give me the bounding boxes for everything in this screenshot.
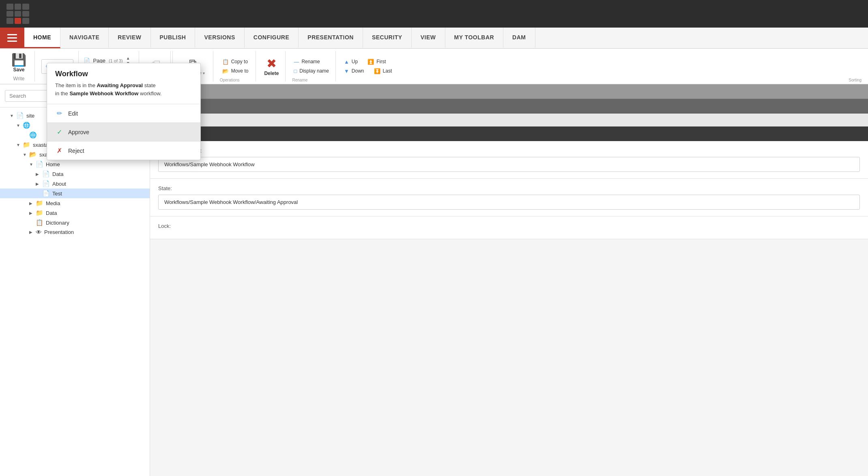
tree-toggle-media[interactable]: ▶ [29, 201, 36, 206]
tree-toggle-sxastarter-open[interactable]: ▼ [23, 152, 29, 157]
workflow-popup: Workflow The item is in the Awaiting App… [47, 63, 201, 160]
sorting-label: Sorting [849, 78, 862, 82]
page-count: (1 of 3) [109, 58, 123, 63]
popup-item-approve[interactable]: ✓ Approve [47, 123, 200, 141]
copy-icon: 📋 [222, 59, 229, 65]
rename-button[interactable]: — Rename [292, 58, 331, 66]
lock-field: Lock: [150, 217, 868, 239]
popup-reject-label: Reject [68, 148, 84, 154]
tree-item-data[interactable]: ▶ 📄 Data [0, 169, 150, 179]
hamburger-icon [7, 34, 17, 42]
app-logo[interactable] [6, 4, 29, 24]
tree-item-presentation[interactable]: ▶ 👁 Presentation [0, 227, 150, 237]
sorting-group: ▲ Up ⏫ First ▼ Down ⏬ Last Sorting [337, 51, 398, 81]
tree-label-presentation: Presentation [44, 229, 146, 235]
rename-group: — Rename □ Display name Rename [287, 51, 336, 81]
tree-label-dictionary: Dictionary [46, 220, 146, 226]
tree-area: ▼ 📄 site ▼ 🌐 🌐 ▼ 📁 sxastarter [0, 107, 150, 476]
tree-item-about[interactable]: ▶ 📄 About [0, 179, 150, 189]
tree-icon-sxastarter-open: 📂 [29, 151, 37, 158]
down-button[interactable]: ▼ Down [342, 67, 366, 75]
workflow-field-label: Workflow [shared] : [158, 148, 860, 154]
popup-item-edit[interactable]: ✏ Edit [47, 104, 200, 122]
tree-toggle-home[interactable]: ▼ [29, 162, 36, 167]
tree-label-media: Media [46, 200, 146, 206]
delete-icon: ✖ [266, 56, 277, 71]
display-name-icon: □ [294, 68, 297, 74]
move-to-label: Move to [231, 68, 249, 74]
approve-popup-icon: ✓ [55, 128, 63, 136]
tree-toggle-about[interactable]: ▶ [36, 182, 42, 186]
save-write-group: 💾 Save Write [3, 51, 35, 81]
popup-item-reject[interactable]: ✗ Reject [47, 142, 200, 160]
tree-toggle-site[interactable]: ▼ [10, 114, 16, 118]
logo-cell-4 [6, 11, 13, 17]
move-to-button[interactable]: 📂 Move to [220, 67, 251, 75]
tree-item-home[interactable]: ▼ 📄 Home [0, 159, 150, 169]
tab-review[interactable]: REVIEW [109, 28, 150, 48]
tree-toggle-globe1[interactable]: ▼ [16, 123, 23, 128]
edit-popup-icon: ✏ [55, 109, 63, 117]
tree-toggle-data2[interactable]: ▶ [29, 211, 36, 215]
tab-security[interactable]: SECURITY [363, 28, 412, 48]
save-button[interactable]: 💾 Save [10, 51, 28, 74]
operations-label: Operations [220, 78, 240, 82]
tab-presentation[interactable]: PRESENTATION [299, 28, 363, 48]
tree-toggle-sxastarter-folder[interactable]: ▼ [16, 143, 23, 147]
state-value: Workflows/Sample Webhook Workflow/Awaiti… [158, 195, 860, 210]
state-field: State: Workflows/Sample Webhook Workflow… [150, 179, 868, 217]
rename-icon: — [294, 59, 299, 65]
version-section: Version [150, 114, 868, 127]
logo-cell-8 [15, 18, 21, 24]
first-button[interactable]: ⏫ First [366, 58, 387, 66]
tree-item-test[interactable]: 📄 Test [0, 189, 150, 198]
down-icon: ▼ [344, 68, 349, 74]
workflow-value: Workflows/Sample Webhook Workflow [158, 157, 860, 172]
tree-item-dictionary[interactable]: 📋 Dictionary [0, 218, 150, 227]
tree-label-data2: Data [46, 210, 146, 216]
popup-edit-label: Edit [68, 110, 78, 117]
tab-view[interactable]: VIEW [412, 28, 445, 48]
operations-group: 📋 Copy to 📂 Move to Operations [215, 51, 256, 81]
write-label[interactable]: Write [13, 76, 25, 81]
logo-cell-9 [22, 18, 29, 24]
first-icon: ⏫ [367, 59, 374, 65]
tree-icon-site: 📄 [16, 112, 24, 119]
tree-item-media[interactable]: ▶ 📁 Media [0, 198, 150, 208]
tree-toggle-presentation[interactable]: ▶ [29, 230, 36, 234]
save-icon: 💾 [11, 53, 26, 67]
hamburger-button[interactable] [0, 28, 24, 48]
tab-publish[interactable]: PUBLISH [151, 28, 196, 48]
tab-my-toolbar[interactable]: MY TOOLBAR [445, 28, 504, 48]
popup-approve-label: Approve [68, 129, 89, 135]
content-panel: les Version Workflow Workflow [shared] :… [150, 84, 868, 476]
page-arrow-up[interactable]: ▲ [126, 56, 130, 61]
tree-icon-data: 📄 [42, 170, 50, 178]
up-button[interactable]: ▲ Up [342, 58, 359, 66]
tree-toggle-data[interactable]: ▶ [36, 172, 42, 176]
reject-popup-icon: ✗ [55, 147, 63, 154]
popup-title: Workflow [47, 63, 200, 81]
tree-item-data2[interactable]: ▶ 📁 Data [0, 208, 150, 218]
display-name-button[interactable]: □ Display name [292, 67, 331, 75]
tree-icon-presentation: 👁 [36, 229, 42, 236]
copy-to-label: Copy to [231, 59, 248, 64]
tree-label-data: Data [52, 171, 146, 177]
tree-icon-about: 📄 [42, 180, 50, 187]
workflow-section-header: Workflow [150, 127, 868, 141]
logo-cell-2 [15, 4, 21, 10]
tree-icon-media: 📁 [36, 199, 43, 207]
tree-label-home: Home [46, 161, 146, 167]
tab-home[interactable]: HOME [24, 28, 60, 48]
workflow-field: Workflow [shared] : Workflows/Sample Web… [150, 141, 868, 179]
popup-description: The item is in the Awaiting Approval sta… [47, 81, 200, 104]
tree-label-test: Test [52, 191, 146, 197]
last-button[interactable]: ⏬ Last [372, 67, 394, 75]
copy-to-button[interactable]: 📋 Copy to [220, 58, 251, 66]
delete-button[interactable]: ✖ Delete [264, 56, 279, 76]
tab-navigate[interactable]: NAVIGATE [60, 28, 109, 48]
logo-cell-3 [22, 4, 29, 10]
tab-dam[interactable]: DAM [503, 28, 535, 48]
tab-versions[interactable]: VERSIONS [195, 28, 244, 48]
tab-configure[interactable]: CONFIGURE [245, 28, 299, 48]
